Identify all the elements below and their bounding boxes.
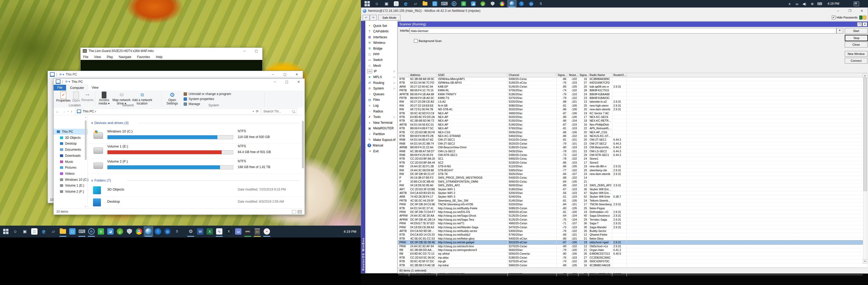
table-row-nex-css[interactable]: RTBCC:2D:E0:9B:30:F8NEX-CSS5005/20/ac-86… bbox=[398, 130, 863, 134]
table-row-sws-strandfontein-omni[interactable]: P20:B5:C6:0C:8B:40SWS_STRANDFONTEIN_OMNI… bbox=[398, 180, 863, 184]
start-button[interactable]: Start bbox=[845, 28, 867, 34]
mpc-menu-favorites[interactable]: Favorites bbox=[137, 55, 150, 59]
back-close-button[interactable]: ✕ bbox=[291, 71, 303, 78]
table-row-stb-tk[interactable]: RWDC:9F:DB:90:21:07STB-TK5925/20/an-84-1… bbox=[398, 172, 863, 176]
table-row-kmw-ts[interactable]: PRTBB8:69:F4:1B:A0:3CKMW-TS5375/20/ac-79… bbox=[398, 96, 863, 100]
taskbar-icon-chrome[interactable] bbox=[497, 0, 507, 7]
winbox-minimize-button[interactable]: ─ bbox=[832, 8, 844, 14]
table-row-http-ctwug-za-net-olschl-lirre[interactable]: PRW24:A4:3C:82:AF:94http://ctwug.za.net/… bbox=[398, 244, 863, 248]
sidebar-item-ppp[interactable]: ◫PPP bbox=[365, 51, 397, 57]
sidebar-item-radius[interactable]: ∴Radius bbox=[365, 108, 397, 114]
table-scrollbar-track[interactable] bbox=[863, 77, 867, 259]
table-row-http-ctwug-za-net-fiekie-gboy[interactable]: RTB4C:5E:0C:81:CC:53http://ctwug.za.net/… bbox=[398, 237, 863, 241]
taskbar-icon-mpc-hc[interactable]: 321 bbox=[252, 226, 262, 237]
taskbar-icon-x-app[interactable]: X bbox=[224, 226, 234, 237]
table-row-skyber-wifi-1[interactable]: ARTCC:2D:E0:3F:03:B8Skyber WiFi 15180/20… bbox=[398, 187, 863, 191]
properties-button[interactable]: ✓ Properties bbox=[56, 92, 71, 102]
table-row-mp-gb[interactable]: RTB00:0C:42:6F:57:DCmp-gb5370/20-eC/an-7… bbox=[398, 259, 863, 263]
col-header-routero[interactable]: RouterO... bbox=[612, 73, 627, 77]
tab-computer[interactable]: Computer bbox=[66, 85, 88, 91]
mpc-menu-help[interactable]: Help bbox=[156, 55, 162, 59]
taskbar-icon-photos[interactable]: ◪ bbox=[106, 226, 115, 237]
tab-view[interactable]: View bbox=[88, 85, 102, 91]
hide-passwords-checkbox[interactable]: ✔ bbox=[832, 15, 836, 19]
taskbar-icon-utorrent[interactable]: µ bbox=[115, 226, 125, 237]
refresh-icon[interactable]: ⟳ bbox=[256, 109, 258, 113]
mpc-menu-navigate[interactable]: Navigate bbox=[119, 55, 131, 59]
mpc-menu-play[interactable]: Play bbox=[107, 55, 113, 59]
taskbar-icon-defender[interactable] bbox=[125, 226, 134, 237]
taskbar-icon-target-app[interactable]: ◎ bbox=[526, 0, 536, 7]
table-row-mplain-penhill[interactable]: RBB8:69:F4:C4:78:DBmplain-penhill5810/20… bbox=[398, 275, 863, 276]
undo-button[interactable]: ↶ bbox=[363, 15, 370, 21]
sidebar-item-exit[interactable]: ⇥Exit bbox=[365, 148, 397, 154]
table-row-stb-8-ng[interactable]: RW24:A4:3C:82:F1:2BSTB-8-NG5110/20/an-86… bbox=[398, 165, 863, 168]
table-row-sc2[interactable]: RTBCC:2D:E0:BF:8A:44SC25230/20-Ce/ac-86-… bbox=[398, 161, 863, 165]
mpc-maximize-button[interactable]: ▢ bbox=[250, 48, 262, 54]
sidebar-item-music[interactable]: Music bbox=[54, 159, 87, 165]
mpc-minimize-button[interactable]: ─ bbox=[239, 48, 250, 54]
drive-row-volume-1-e[interactable]: Volume 1 (E:)NTFS84.4 GB free of 931 GB bbox=[88, 144, 305, 158]
taskbar-icon-file-explorer[interactable] bbox=[420, 0, 430, 7]
taskbar-icon-utorrent[interactable]: µ bbox=[478, 0, 488, 7]
address-bar[interactable]: This PC › ▾ ⟳ bbox=[75, 108, 260, 114]
tab-file[interactable]: File bbox=[54, 85, 66, 91]
table-row-kmw-rl[interactable]: PRTBB8:69:F4:1C:75:15KMW-RL5705/20/ac-74… bbox=[398, 88, 863, 92]
explorer-maximize-button[interactable]: ▢ bbox=[281, 79, 293, 85]
col-header-noise[interactable]: Noise... bbox=[568, 73, 579, 77]
quick-access-toolbar-icon[interactable]: ⟳ ▾ bbox=[65, 80, 70, 83]
taskbar-icon-edge[interactable]: e bbox=[39, 226, 49, 237]
table-row-http-ctwug-za-net-buddy2[interactable]: RTBD4:CA:6D:14:C5:20http://ctwug.za.net/… bbox=[398, 233, 863, 237]
table-row-nex-kc-strand[interactable]: RTBB8:69:F4:89:F5:2BNEX-KC-STRAND5460/20… bbox=[398, 134, 863, 138]
table-row-tncw-steenberg-hs-hyde[interactable]: PRWDC:9F:DB:34:C6:9ETNCW-Steenberg-HS-HY… bbox=[398, 203, 863, 206]
sidebar-item-metarouter[interactable]: ▣MetaROUTER bbox=[365, 126, 397, 131]
search-box[interactable]: Search Thi... bbox=[261, 108, 297, 114]
drive-row-windows-10-c[interactable]: Windows 10 (C:)NTFS116 GB free of 930 GB bbox=[88, 129, 305, 144]
taskbar-icon-edge[interactable]: e bbox=[401, 0, 411, 7]
quick-access-toolbar-icon[interactable]: ⟳ ▾ bbox=[59, 73, 64, 76]
table-row-ow-ntr-sec1[interactable]: RNBB8:69:F4:29:35:F6OW-NTR-SEC15390/20-C… bbox=[398, 153, 863, 157]
recent-locations-button[interactable]: ▾ bbox=[67, 110, 69, 113]
taskbar-icon-app-blue[interactable]: S bbox=[153, 226, 163, 237]
media-player-titlebar[interactable]: 321 The.Lion.Guard.S02E20.HDTV.x264-W4F.… bbox=[81, 48, 262, 54]
col-header-signa[interactable]: Signa... bbox=[579, 73, 589, 77]
sidebar-item-mesh[interactable]: ◇Mesh bbox=[365, 63, 397, 68]
table-row-stb-box47[interactable]: RW24:A4:3C:68:D9:88STB-BOX475365/20/an-7… bbox=[398, 168, 863, 172]
table-row-kmw-trinity[interactable]: APRTBB8:69:F4:1B:AA:88KMW-TRINITY5180/20… bbox=[398, 92, 863, 96]
left-taskbar-clock[interactable]: 4:19 PM bbox=[341, 226, 359, 238]
nav-scroll-down[interactable]: ∨ bbox=[84, 205, 87, 208]
safe-mode-button[interactable]: Safe Mode bbox=[378, 15, 400, 21]
winbox-maximize-button[interactable]: ❐ bbox=[844, 8, 856, 14]
content-scrollbar[interactable] bbox=[302, 121, 304, 168]
connect-button[interactable]: Connect bbox=[845, 58, 867, 64]
table-row-http-ctwug-za-net-organdonor3[interactable]: RB6C:3B:6B:DD:AA:...http://ctwug.za.net/… bbox=[398, 248, 863, 252]
taskbar-icon-app-blue[interactable]: S bbox=[517, 0, 526, 7]
drive-row-volume-2-f[interactable]: Volume 2 (F:)NTFS188 GB free of 1.81 TB bbox=[88, 159, 305, 174]
open-button[interactable]: Open bbox=[71, 92, 81, 102]
sidebar-item-windows-10-c[interactable]: Windows 10 (C:) bbox=[54, 177, 87, 183]
redo-button[interactable]: ↷ bbox=[370, 15, 377, 21]
winbox-close-button[interactable]: ✕ bbox=[856, 8, 868, 14]
nav-scroll-up[interactable]: ∧ bbox=[84, 116, 87, 119]
table-row-skyber-wifi-2[interactable]: ARTBD4:CA:6D:B3:E5:91Skyber WiFi 25200/2… bbox=[398, 191, 863, 195]
taskbar-icon-media-globe[interactable]: ◓ bbox=[262, 226, 272, 237]
taskbar-icon-target-app[interactable]: ◎ bbox=[163, 226, 172, 237]
scanner-titlebar[interactable]: Scanner (Running) ❐ ✕ bbox=[398, 22, 868, 27]
table-row-http-ctwug-za-net-saga-tera[interactable]: APRWDC:9F:DB:4C:2B:14http://ctwug.za.net… bbox=[398, 218, 863, 222]
sidebar-item-tools[interactable]: ✗Tools▷ bbox=[365, 114, 397, 120]
taskbar-icon-excel[interactable]: X bbox=[205, 226, 215, 237]
taskbar-icon-search-app[interactable]: ▢ bbox=[68, 226, 77, 237]
back-button[interactable]: ← bbox=[56, 109, 59, 113]
table-row-nex-ap[interactable]: RTB6C:3B:6B:5D:96:72NEX-AP5150/20/ac-86-… bbox=[398, 119, 863, 123]
col-header-flags[interactable] bbox=[398, 73, 409, 77]
table-row-isp-afrika[interactable]: RBE4:8D:8C:D2:72:13isp afrika!5050/20-Ce… bbox=[398, 252, 863, 256]
table-row-skyber-wifi-3[interactable]: ARB74:4D:28:28:F4:17Skyber WiFi 35240/20… bbox=[398, 195, 863, 199]
sidebar-item-partition[interactable]: ◑Partition bbox=[365, 131, 397, 137]
taskbar-icon-photos[interactable]: ◪ bbox=[469, 0, 478, 7]
taskbar-icon-start[interactable] bbox=[1, 226, 10, 237]
rename-button[interactable]: ⊶ Rename bbox=[81, 92, 94, 102]
sidebar-item-downloads[interactable]: Downloads bbox=[54, 153, 87, 158]
explorer-minimize-button[interactable]: ─ bbox=[269, 79, 281, 85]
table-row-http-ctwug-za-net-buddy-sector[interactable]: ARTBD4:CA:6D:9D:08:...http://ctwug.za.ne… bbox=[398, 229, 863, 233]
back-minimize-button[interactable]: ─ bbox=[267, 71, 279, 78]
